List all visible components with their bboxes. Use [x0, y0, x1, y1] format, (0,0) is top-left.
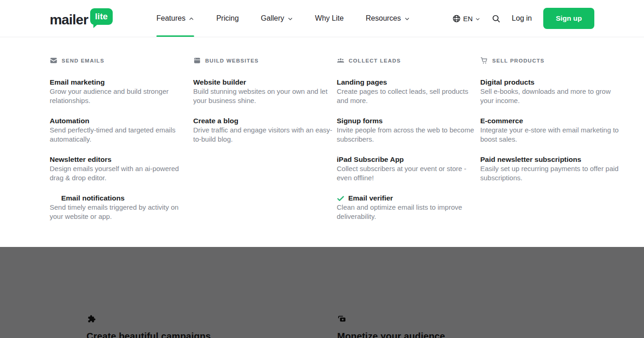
menu-item-title: Paid newsletter subscriptions [480, 155, 581, 164]
section-heading: Monetize your audience [337, 331, 445, 338]
banknotes-icon [337, 314, 347, 324]
mega-menu-column-heading: BUILD WEBSITES [193, 57, 337, 64]
menu-item-digital-products[interactable]: Digital products Sell e-books, downloads… [480, 78, 624, 105]
menu-item-description: Send perfectly-timed and targeted emails… [50, 126, 175, 143]
signup-button[interactable]: Sign up [543, 8, 594, 29]
menu-item-title: Automation [50, 116, 89, 126]
menu-item-title: iPad Subscribe App [337, 155, 404, 164]
nav-item-label: Why Lite [315, 14, 344, 23]
menu-item-title: Email verifier [348, 194, 393, 203]
features-mega-menu: SEND EMAILS Email marketing Grow your au… [0, 37, 644, 247]
mega-menu-column-heading: COLLECT LEADS [337, 57, 480, 64]
puzzle-icon [86, 314, 96, 324]
menu-item-title: E-commerce [480, 116, 523, 126]
menu-item-description: Collect subscribers at your event or sto… [337, 165, 466, 182]
chevron-up-icon [189, 16, 194, 22]
nav-item-resources[interactable]: Resources [366, 0, 409, 37]
mega-menu-column-heading: SEND EMAILS [50, 57, 193, 64]
envelope-icon [50, 57, 58, 64]
menu-item-description: Drive traffic and engage visitors with a… [193, 126, 332, 143]
chevron-down-icon [404, 16, 410, 22]
search-button[interactable] [492, 14, 500, 23]
active-tab-underline [156, 35, 194, 37]
background-section-campaigns: Create beautiful campaigns [86, 314, 211, 338]
mega-menu-column-heading: SELL PRODUCTS [480, 57, 624, 64]
menu-item-description: Create pages to collect leads, sell prod… [337, 87, 468, 104]
menu-item-title: Create a blog [193, 116, 238, 126]
main-nav: Features Pricing Gallery Why Lite Resour… [156, 0, 409, 37]
menu-item-email-verifier[interactable]: Email verifier Clean and optimize email … [337, 194, 480, 221]
menu-item-ipad-subscribe-app[interactable]: iPad Subscribe App Collect subscribers a… [337, 155, 480, 182]
brand-badge: lite [90, 8, 113, 25]
section-heading: Create beautiful campaigns [86, 331, 211, 338]
menu-item-description: Grow your audience and build stronger re… [50, 87, 169, 104]
cart-icon [480, 57, 488, 64]
nav-item-label: Pricing [216, 14, 239, 23]
users-icon [337, 57, 345, 64]
mega-menu-column-send-emails: SEND EMAILS Email marketing Grow your au… [50, 57, 193, 247]
menu-item-title: Signup forms [337, 116, 383, 126]
menu-item-newsletter-editors[interactable]: Newsletter editors Design emails yoursel… [50, 155, 193, 182]
menu-item-title: Website builder [193, 78, 246, 87]
column-heading-label: SELL PRODUCTS [492, 58, 545, 63]
menu-item-automation[interactable]: Automation Send perfectly-timed and targ… [50, 116, 193, 143]
menu-item-description: Build stunning websites on your own and … [193, 87, 328, 104]
brand-name: mailer [50, 13, 88, 27]
menu-item-email-marketing[interactable]: Email marketing Grow your audience and b… [50, 78, 193, 105]
menu-item-email-notifications[interactable]: Email notifications Send timely emails t… [50, 194, 193, 221]
nav-item-label: Features [156, 14, 185, 23]
menu-item-description: Send timely emails triggered by activity… [50, 203, 178, 220]
nav-item-why-lite[interactable]: Why Lite [315, 0, 344, 37]
mega-menu-column-build-websites: BUILD WEBSITES Website builder Build stu… [193, 57, 337, 247]
header-actions: EN Log in Sign up [452, 8, 594, 29]
dimmed-page-content: Create beautiful campaigns Monetize your… [0, 247, 644, 338]
browser-icon [193, 57, 201, 64]
menu-item-paid-newsletter-subscriptions[interactable]: Paid newsletter subscriptions Easily set… [480, 155, 624, 182]
menu-item-title: Email notifications [61, 194, 125, 203]
mega-menu-column-sell-products: SELL PRODUCTS Digital products Sell e-bo… [480, 57, 624, 247]
menu-item-landing-pages[interactable]: Landing pages Create pages to collect le… [337, 78, 480, 105]
language-label: EN [463, 15, 473, 23]
brand-logo[interactable]: mailer lite [50, 10, 113, 27]
nav-item-label: Resources [366, 14, 401, 23]
chevron-down-icon [288, 16, 293, 22]
menu-item-description: Sell e-books, downloads and more to grow… [480, 87, 611, 104]
search-icon [492, 14, 500, 23]
menu-item-create-a-blog[interactable]: Create a blog Drive traffic and engage v… [193, 116, 337, 143]
column-heading-label: BUILD WEBSITES [205, 58, 259, 63]
column-heading-label: SEND EMAILS [62, 58, 104, 63]
nav-item-label: Gallery [261, 14, 284, 23]
nav-item-gallery[interactable]: Gallery [261, 0, 293, 37]
lightning-icon [50, 195, 58, 202]
menu-item-title: Email marketing [50, 78, 105, 87]
nav-item-features[interactable]: Features [156, 0, 194, 37]
language-switcher[interactable]: EN [452, 14, 480, 23]
menu-item-title: Digital products [480, 78, 535, 87]
menu-item-description: Invite people from across the web to bec… [337, 126, 474, 143]
menu-item-signup-forms[interactable]: Signup forms Invite people from across t… [337, 116, 480, 143]
menu-item-description: Integrate your e-store with email market… [480, 126, 619, 143]
header: mailer lite Features Pricing Gallery Why… [0, 0, 644, 37]
nav-item-pricing[interactable]: Pricing [216, 0, 239, 37]
menu-item-description: Clean and optimize email lists to improv… [337, 203, 462, 220]
background-section-monetize: Monetize your audience [337, 314, 445, 338]
check-icon [337, 195, 345, 202]
column-heading-label: COLLECT LEADS [349, 58, 401, 63]
login-link[interactable]: Log in [512, 14, 532, 23]
globe-icon [452, 14, 461, 23]
menu-item-e-commerce[interactable]: E-commerce Integrate your e-store with e… [480, 116, 624, 143]
mega-menu-column-collect-leads: COLLECT LEADS Landing pages Create pages… [337, 57, 480, 247]
menu-item-description: Easily set up recurring payments to offe… [480, 165, 619, 182]
menu-item-description: Design emails yourself with an ai-powere… [50, 165, 179, 182]
menu-item-title: Newsletter editors [50, 155, 111, 164]
menu-item-title: Landing pages [337, 78, 387, 87]
chevron-down-icon [475, 17, 480, 22]
menu-item-website-builder[interactable]: Website builder Build stunning websites … [193, 78, 337, 105]
